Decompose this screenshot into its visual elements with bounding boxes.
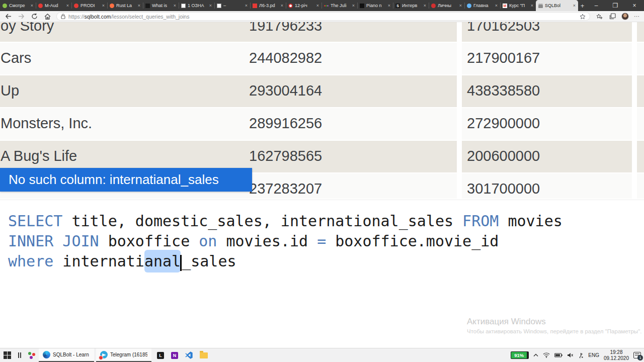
wifi-icon[interactable] — [543, 352, 550, 358]
home-icon[interactable] — [43, 13, 51, 21]
volume-icon[interactable] — [567, 352, 574, 358]
browser-tab-9[interactable]: The Juli× — [321, 0, 357, 11]
browser-tab-2[interactable]: PRODI× — [71, 0, 107, 11]
tab-close-icon[interactable]: × — [424, 3, 426, 8]
tab-close-icon[interactable]: × — [459, 3, 462, 8]
table-row: Monsters, Inc.289916256272900000 — [0, 108, 644, 141]
back-icon[interactable] — [4, 13, 12, 21]
browser-tab-6[interactable]: –× — [214, 0, 250, 11]
start-button[interactable] — [0, 348, 15, 362]
tab-favicon-icon: S — [395, 4, 400, 8]
tab-close-icon[interactable]: × — [66, 3, 69, 8]
watermark-subtitle: Чтобы активировать Windows, перейдите в … — [467, 328, 641, 334]
sql-code-line-3[interactable]: where internatianal_sales — [8, 251, 644, 272]
international-sales-cell: 301700000 — [467, 180, 540, 197]
notification-badge: 1 — [637, 355, 643, 360]
tab-title: Личны — [438, 3, 457, 8]
browser-tab-13[interactable]: Главна× — [464, 0, 500, 11]
sql-text: title, domestic_sales, international_sal… — [62, 212, 462, 230]
browser-tab-3[interactable]: Rust La× — [107, 0, 143, 11]
sql-code-line-1[interactable]: SELECT title, domestic_sales, internatio… — [8, 211, 644, 231]
browser-tab-4[interactable]: What is× — [143, 0, 179, 11]
task-view-button[interactable] — [15, 348, 25, 362]
browser-tab-12[interactable]: Личны× — [429, 0, 464, 11]
taskbar-window-edge[interactable]: SQLBolt - Learn SQ... — [39, 348, 94, 362]
tab-title: – — [223, 3, 243, 8]
tab-close-icon[interactable]: × — [31, 3, 33, 8]
tab-close-icon[interactable]: × — [281, 3, 283, 8]
browser-tab-7[interactable]: Л6-3.pd× — [250, 0, 286, 11]
browser-tab-15[interactable]: SQLBol× — [536, 0, 578, 11]
tab-favicon-icon — [3, 4, 7, 8]
domestic-sales-cell: 162798565 — [249, 148, 322, 164]
tab-close-icon[interactable]: × — [102, 3, 105, 8]
unread-badge — [99, 355, 103, 360]
language-indicator[interactable]: ENG — [588, 352, 599, 358]
refresh-icon[interactable] — [30, 13, 38, 21]
sql-keyword: on — [199, 232, 217, 250]
tab-favicon-icon — [538, 4, 543, 8]
browser-tab-8[interactable]: 12-річ× — [286, 0, 321, 11]
battery-widget[interactable]: 91% — [511, 351, 529, 359]
lingualeo-l-button[interactable]: L — [153, 348, 168, 362]
browser-tab-1[interactable]: M-Aud× — [36, 0, 71, 11]
taskbar-window-telegram[interactable]: Telegram (161852) — [96, 348, 151, 362]
onenote-button[interactable]: N — [168, 348, 182, 362]
profile-avatar[interactable] — [621, 13, 629, 20]
tab-close-icon[interactable]: × — [245, 3, 248, 8]
edge-icon — [43, 351, 50, 358]
restore-button[interactable]: ❐ — [606, 0, 625, 11]
browser-tab-10[interactable]: Piano n× — [357, 0, 393, 11]
file-explorer-button[interactable] — [196, 348, 211, 362]
url-host: sqlbolt.com — [85, 14, 111, 20]
tab-close-icon[interactable]: × — [138, 3, 140, 8]
collections-icon[interactable] — [608, 13, 616, 21]
favorite-star-icon[interactable] — [580, 14, 586, 20]
movie-title-cell: A Bug's Life — [1, 148, 77, 164]
table-row: Cars244082982217900167 — [0, 43, 644, 75]
tab-close-icon[interactable]: × — [174, 3, 176, 8]
pinned-apps: LN — [153, 348, 211, 362]
hidden-icons-chevron-icon[interactable] — [533, 353, 538, 357]
tab-close-icon[interactable]: × — [352, 3, 355, 8]
tab-title: The Juli — [331, 3, 350, 8]
table-row: Up293004164438338580 — [0, 75, 644, 108]
domestic-sales-cell: 237283207 — [249, 180, 322, 197]
tab-title: Piano n — [366, 3, 386, 8]
desktop-screen: Смотре×M-Aud×PRODI×Rust La×What is×1 ОЗН… — [0, 0, 644, 362]
browser-tab-0[interactable]: Смотре× — [0, 0, 36, 11]
windows-logo-icon — [4, 351, 11, 359]
battery-icon[interactable] — [554, 353, 562, 357]
settings-menu-icon[interactable]: ⋯ — [634, 13, 640, 20]
international-sales-cell: 438338580 — [467, 82, 540, 99]
tab-close-icon[interactable]: × — [495, 3, 498, 8]
tab-close-icon[interactable]: × — [316, 3, 319, 8]
tab-title: PRODI — [80, 3, 100, 8]
sql-text: boxoffice — [99, 232, 199, 250]
tab-close-icon[interactable]: × — [388, 3, 390, 8]
browser-tab-14[interactable]: MКурс "П× — [500, 0, 536, 11]
browser-tab-5[interactable]: 1 ОЗНА× — [179, 0, 214, 11]
browser-tab-11[interactable]: SИнтерв× — [393, 0, 429, 11]
tab-title: What is — [152, 3, 172, 8]
tab-favicon-icon — [181, 4, 186, 8]
url-text[interactable]: https://sqlbolt.com/lesson/select_querie… — [68, 14, 577, 20]
clock[interactable]: 19:28 09.12.2020 — [604, 349, 629, 361]
minimize-button[interactable]: – — [587, 0, 606, 11]
tab-close-icon[interactable]: × — [573, 3, 576, 8]
vscode-button[interactable] — [182, 348, 196, 362]
usb-eject-icon[interactable] — [578, 352, 584, 358]
tab-close-icon[interactable]: × — [531, 3, 533, 8]
favorites-bar-icon[interactable] — [595, 13, 603, 21]
forward-icon[interactable] — [17, 13, 25, 21]
sql-code-line-2[interactable]: INNER JOIN boxoffice on movies.id = boxo… — [8, 231, 644, 251]
close-button[interactable]: × — [625, 0, 644, 11]
movie-title-cell: Up — [1, 82, 19, 99]
app-dots-button[interactable] — [25, 348, 39, 362]
action-center-icon[interactable]: 1 — [633, 352, 641, 358]
sql-text: movies — [499, 212, 562, 230]
address-bar[interactable]: https://sqlbolt.com/lesson/select_querie… — [56, 12, 590, 21]
movie-title-cell: oy Story — [1, 22, 54, 34]
tab-close-icon[interactable]: × — [209, 3, 212, 8]
new-tab-button[interactable]: + — [578, 0, 587, 11]
